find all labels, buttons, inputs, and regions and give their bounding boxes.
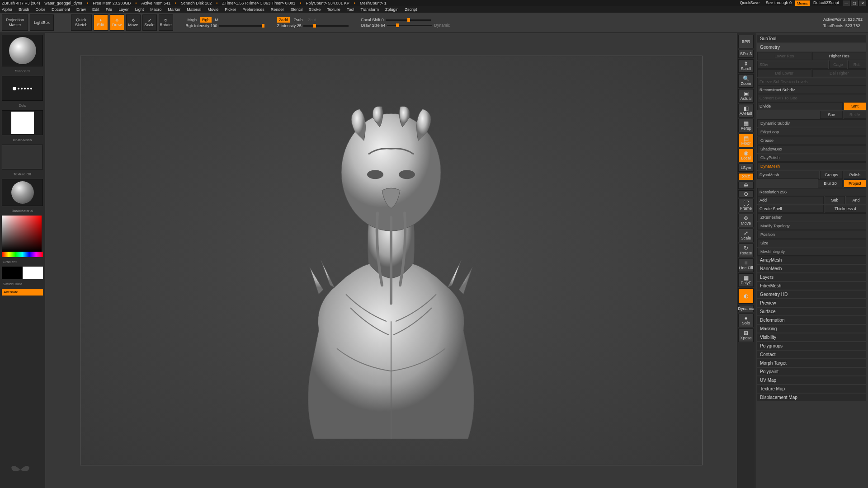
menu-zscript[interactable]: Zscript [405,7,417,12]
shadowbox-section[interactable]: ShadowBox [757,145,866,153]
menu-draw[interactable]: Draw [76,7,86,12]
project-toggle[interactable]: Project [844,179,866,188]
reuv-toggle[interactable]: ReUV [844,111,866,119]
actual-button[interactable]: ▣Actual [738,89,754,103]
nav-move-button[interactable]: ✥Move [738,214,754,227]
fibermesh-header[interactable]: FiberMesh [757,282,866,290]
sdiv-rstr[interactable]: Rstr [848,61,866,69]
alpha-selector[interactable] [2,110,43,135]
menu-stroke[interactable]: Stroke [309,7,321,12]
material-selector[interactable] [2,179,43,206]
texture-selector[interactable] [2,145,43,169]
draw-size-slider[interactable]: Draw Size 64 [361,23,386,28]
menu-color[interactable]: Color [36,7,46,12]
xyz-button[interactable]: XYZ [738,173,754,180]
reconstruct-button[interactable]: Reconstruct Subdiv [757,86,866,94]
thickness-slider[interactable]: Thickness 4 [825,205,866,213]
zcut-toggle[interactable]: Zcut [306,17,318,23]
create-shell-button[interactable]: Create Shell [757,205,824,213]
menu-brush[interactable]: Brush [19,7,29,12]
zsub-toggle[interactable]: Zsub [292,17,304,23]
rotate-button[interactable]: ↻Rotate [159,14,173,31]
scroll-button[interactable]: ⇕Scroll [738,59,754,73]
menu-tool[interactable]: Tool [347,7,354,12]
menu-material[interactable]: Material [187,7,201,12]
rgb-toggle[interactable]: Rgb [200,17,212,23]
lower-res-button[interactable]: Lower Res [757,52,811,60]
menu-zplugin[interactable]: Zplugin [385,7,399,12]
focal-shift-slider[interactable]: Focal Shift 0 [361,18,384,22]
crease-section[interactable]: Crease [757,136,866,145]
position-section[interactable]: Position [757,230,866,239]
polyf-button[interactable]: ▦PolyF [738,273,754,287]
default-zscript[interactable]: DefaultZScript [811,0,842,6]
lsym-button[interactable]: LSym [738,164,754,172]
freeze-subdiv-button[interactable]: Freeze SubDivision Levels [757,78,866,86]
size-section[interactable]: Size [757,239,866,247]
polygroups-header[interactable]: Polygroups [757,342,866,350]
maximize-icon[interactable]: ▢ [851,0,858,6]
dynamesh-button[interactable]: DynaMesh [757,171,819,179]
brush-selector[interactable] [2,35,43,66]
polypaint-header[interactable]: Polypaint [757,368,866,375]
geometry-header[interactable]: Geometry [757,43,866,51]
uv-map-header[interactable]: UV Map [757,376,866,384]
del-higher-button[interactable]: Del Higher [812,69,867,77]
morph-target-header[interactable]: Morph Target [757,359,866,367]
surface-header[interactable]: Surface [757,308,866,315]
blur-slider[interactable]: Blur 20 [818,179,843,188]
nanomesh-header[interactable]: NanoMesh [757,265,866,272]
geometry-hd-header[interactable]: Geometry HD [757,291,866,298]
close-icon[interactable]: ✕ [859,0,866,6]
floor-button[interactable]: ▤Floor [738,134,754,147]
menu-render[interactable]: Render [271,7,284,12]
xpose-button[interactable]: ⊞Xpose [738,328,754,342]
menu-alpha[interactable]: Alpha [2,7,12,12]
viewport[interactable] [80,56,703,465]
transp-button[interactable]: ◐ [738,288,754,304]
menu-movie[interactable]: Movie [208,7,218,12]
menu-texture[interactable]: Texture [327,7,340,12]
menu-layer[interactable]: Layer [118,7,129,12]
higher-res-button[interactable]: Higher Res [812,52,867,60]
preview-header[interactable]: Preview [757,299,866,307]
claypolish-section[interactable]: ClayPolish [757,154,866,162]
alternate-button[interactable]: Alternate [2,289,43,296]
solo-button[interactable]: ●Solo [738,314,754,327]
menu-document[interactable]: Document [52,7,70,12]
quicksave-button[interactable]: QuickSave [737,0,762,6]
del-lower-button[interactable]: Del Lower [757,69,811,77]
bpr-button[interactable]: BPR [738,35,754,48]
nav-spacer1[interactable]: ⊕ [738,182,754,189]
sub-button[interactable]: Sub [825,196,845,204]
dynamic-subdiv-section[interactable]: Dynamic Subdiv [757,119,866,127]
menu-file[interactable]: File [106,7,113,12]
arraymesh-header[interactable]: ArrayMesh [757,256,866,264]
menu-stencil[interactable]: Stencil [290,7,302,12]
lightbox-button[interactable]: LightBox [30,14,54,31]
convert-bpr-button[interactable]: Convert BPR To Geo [757,94,866,102]
rgb-intensity-slider[interactable]: Rgb Intensity 100 [186,23,217,28]
groups-toggle[interactable]: Groups [820,171,843,179]
zadd-toggle[interactable]: Zadd [277,17,290,23]
subtool-header[interactable]: SubTool [757,35,866,42]
modify-topology-section[interactable]: Modify Topology [757,222,866,230]
persp-button[interactable]: ▦Persp [738,119,754,132]
minimize-icon[interactable]: — [843,0,850,6]
z-intensity-slider[interactable]: Z Intensity 25 [277,23,302,28]
displacement-map-header[interactable]: Displacement Map [757,394,866,401]
menu-preferences[interactable]: Preferences [242,7,264,12]
dynamesh-header[interactable]: DynaMesh [757,162,866,170]
contact-header[interactable]: Contact [757,351,866,358]
scale-button[interactable]: ⤢Scale [142,14,157,31]
menu-marker[interactable]: Marker [168,7,180,12]
move-button[interactable]: ✥Move [126,14,141,31]
canvas-area[interactable] [45,33,737,488]
gradient-toggle[interactable]: Gradient [2,259,43,265]
draw-button[interactable]: ✥Draw [110,14,124,31]
menu-edit[interactable]: Edit [92,7,99,12]
edgeloop-section[interactable]: EdgeLoop [757,128,866,136]
and-button[interactable]: And [846,196,866,204]
sdiv-slider[interactable]: SDiv [757,61,828,69]
add-button[interactable]: Add [757,196,824,204]
